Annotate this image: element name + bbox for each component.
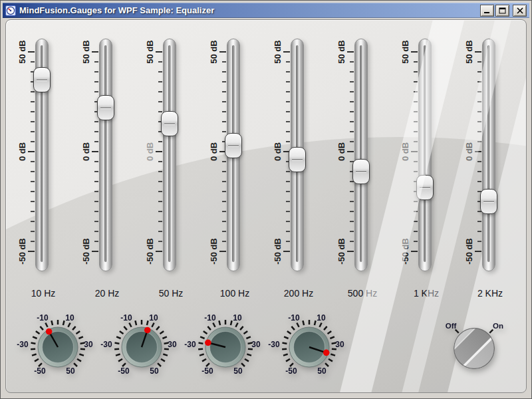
knob-tick [303, 321, 304, 325]
knob-tick [231, 321, 232, 325]
knob-scale-label: 30 [84, 340, 93, 349]
knob-tick [287, 331, 291, 334]
knob-tick [72, 327, 76, 330]
knob-tick [51, 321, 53, 325]
knob-scale-label: 30 [168, 340, 177, 349]
knob-tick [152, 323, 154, 327]
knob-tick [240, 327, 243, 330]
knob-tick [247, 354, 251, 356]
window-frame: 50 dB0 dB-50 dB10 Hz50 dB0 dB-50 dB20 Hz… [3, 18, 529, 396]
knob-scale-label: -10 [120, 313, 132, 323]
maximize-icon [499, 7, 507, 14]
knob-scale-label: 50 [317, 366, 327, 376]
knob-tick [79, 354, 84, 356]
app-window: MindFusion.Gauges for WPF Sample: Equali… [0, 0, 532, 399]
knob-scale-label: -50 [34, 366, 46, 376]
knob-tick [200, 354, 204, 356]
knob-tick [45, 323, 47, 327]
knob-tick [245, 359, 249, 362]
knob-scale-label: -30 [184, 340, 196, 349]
knob-tick [213, 323, 215, 327]
knob-tick [76, 331, 80, 334]
knob-tick [78, 336, 82, 338]
knob-scale-label: 10 [233, 313, 242, 323]
knob-scale-label: -30 [268, 340, 280, 349]
knob-needle-dot [205, 339, 211, 346]
knob-tick [156, 327, 160, 330]
knob-scale-label: 30 [251, 340, 261, 349]
knob-scale-label: -50 [285, 366, 297, 376]
knob-scale-label: -10 [288, 313, 300, 323]
knob-tick [32, 354, 37, 356]
knob-tick [114, 349, 119, 350]
knob-tick [297, 323, 299, 327]
knob-tick [135, 321, 136, 325]
knob-scale-label: -50 [118, 366, 130, 376]
knob-tick [283, 354, 288, 356]
knob-tick [33, 336, 37, 338]
knob-tick [116, 336, 120, 338]
knob-tick [40, 327, 43, 330]
knob-tick [63, 321, 65, 325]
knob-tick [129, 323, 131, 327]
power-off-tick [456, 330, 459, 333]
knob-4[interactable]: -50-30-10103050 [266, 304, 352, 390]
knob-tick [286, 359, 290, 362]
knob-tick [235, 323, 237, 327]
knob-tick [200, 336, 204, 338]
knob-tick [36, 331, 40, 334]
knob-scale-label: 50 [66, 366, 75, 376]
knob-tick [118, 359, 122, 362]
knob-tick [324, 327, 327, 330]
knob-tick [329, 359, 332, 362]
knob-scale-label: 50 [233, 366, 243, 376]
knob-scale-label: -50 [201, 366, 213, 376]
knob-tick [68, 323, 70, 327]
knob-tick [161, 359, 165, 362]
knob-scale-label: 10 [317, 313, 326, 323]
minimize-button[interactable] [480, 5, 494, 17]
power-knob-body[interactable] [421, 304, 527, 390]
knob-2[interactable]: -50-30-10103050 [98, 304, 185, 390]
close-icon [516, 7, 524, 14]
knob-tick [77, 359, 81, 362]
minimize-icon [483, 7, 491, 14]
knob-scale-label: 30 [335, 340, 344, 349]
power-switch-knob[interactable]: Off On [421, 304, 527, 390]
knob-3[interactable]: -50-30-10103050 [182, 304, 269, 390]
power-on-tick [489, 330, 493, 333]
knob-needle-dot [46, 329, 53, 335]
knob-1[interactable]: -50-30-10103050 [15, 304, 101, 390]
knob-tick [284, 336, 288, 338]
knob-tick [199, 343, 203, 344]
power-off-label: Off [446, 322, 457, 330]
knob-scale-label: -10 [204, 313, 216, 323]
knob-tick [162, 336, 166, 338]
knob-tick [319, 323, 321, 327]
knob-tick [124, 327, 127, 330]
knob-tick [147, 321, 148, 325]
knob-needle-dot [144, 327, 151, 334]
equalizer-panel: 50 dB0 dB-50 dB10 Hz50 dB0 dB-50 dB20 Hz… [5, 19, 527, 393]
power-on-label: On [493, 322, 503, 330]
window-title: MindFusion.Gauges for WPF Sample: Equali… [19, 5, 480, 15]
gauge-icon [5, 5, 16, 16]
titlebar[interactable]: MindFusion.Gauges for WPF Sample: Equali… [3, 3, 529, 18]
knob-tick [163, 354, 168, 356]
knob-tick [115, 343, 120, 344]
knob-tick [331, 354, 335, 356]
knob-tick [120, 331, 124, 334]
knob-tick [283, 343, 287, 344]
maximize-button[interactable] [495, 5, 509, 17]
knob-tick [315, 321, 316, 325]
close-button[interactable] [513, 5, 527, 17]
knob-tick [31, 349, 35, 350]
knob-tick [244, 331, 248, 334]
knob-tick [291, 327, 295, 330]
knob-scale-label: 50 [150, 366, 159, 376]
knob-tick [202, 359, 206, 362]
knob-tick [198, 349, 203, 350]
knob-tick [219, 321, 220, 325]
knob-tick [35, 359, 39, 362]
knob-tick [207, 327, 211, 330]
